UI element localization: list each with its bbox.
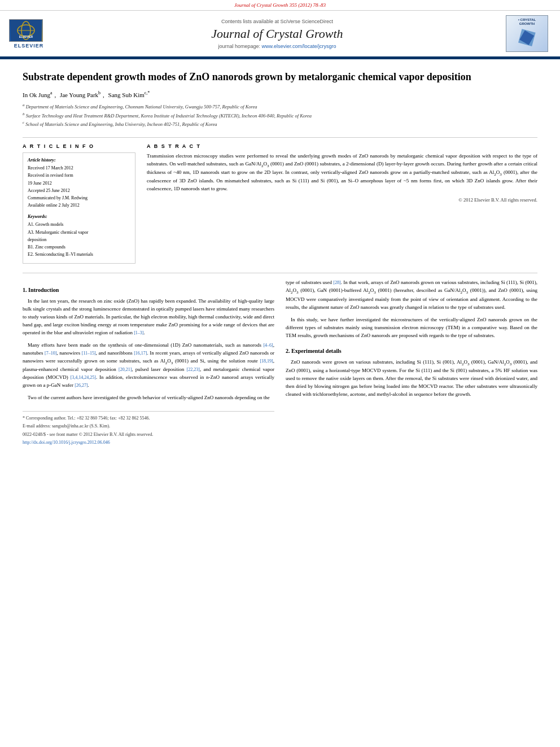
ref-4-6: [4–6] [263, 343, 273, 348]
received-revised-date: 19 June 2012 [28, 180, 130, 186]
keywords-section: Keywords: A1. Growth models A3. Metalorg… [28, 214, 130, 257]
crystal-logo-text: ▪ CRYSTALGROWTH [518, 18, 536, 26]
section-divider-1 [23, 137, 537, 138]
body-two-col: 1. Introduction In the last ten years, t… [23, 279, 537, 447]
affil-2: b Surface Technology and Heat Treatment … [23, 112, 537, 120]
intro-para-1: In the last ten years, the research on z… [23, 298, 274, 337]
section-1-title: Introduction [28, 287, 59, 293]
article-title: Substrate dependent growth modes of ZnO … [23, 71, 537, 84]
homepage-label: journal homepage: [218, 43, 260, 49]
body-right-col: type of substrates used [28]. In that wo… [286, 279, 537, 447]
section-1-number: 1. [23, 287, 27, 293]
author-3: Sang Sub Kimc,* [108, 91, 150, 98]
section-divider-2 [23, 273, 537, 273]
footnote-doi: http://dx.doi.org/10.1016/j.jcrysgro.201… [23, 439, 274, 445]
ref-26-27: [26,27] [75, 383, 88, 388]
elsevier-logo-image: ELSEVIER [9, 19, 43, 42]
body-left-col: 1. Introduction In the last ten years, t… [23, 279, 274, 447]
affil-1: a Department of Materials Science and En… [23, 103, 537, 111]
crystal-logo-box: ▪ CRYSTALGROWTH [506, 15, 548, 52]
elsevier-text-label: ELSEVIER [9, 43, 49, 49]
doi-link: http://dx.doi.org/10.1016/j.jcrysgro.201… [23, 440, 110, 445]
abstract-column: A B S T R A C T Transmission electron mi… [147, 143, 537, 264]
keyword-2: A3. Metalorganic chemical vapor [28, 229, 130, 235]
accepted-line: Accepted 25 June 2012 [28, 187, 130, 194]
author-2-sup: b [98, 90, 100, 95]
ref-28: [28] [333, 280, 340, 285]
sciverse-line: Contents lists available at SciVerse Sci… [54, 19, 500, 24]
homepage-link[interactable]: www.elsevier.com/locate/jcrysgro [262, 43, 336, 49]
section-2-number: 2. [286, 348, 290, 354]
journal-center: Contents lists available at SciVerse Sci… [54, 19, 500, 49]
ref-16-17: [16,17] [134, 351, 147, 356]
sciverse-text: Contents lists available at SciVerse Sci… [221, 19, 333, 24]
svg-text:ELSEVIER: ELSEVIER [19, 35, 33, 38]
intro-para-3: Two of the current authors have investig… [23, 394, 274, 402]
ref-7-10: [7–10] [45, 351, 56, 356]
footnote-issn: 0022-0248/$ - see front matter © 2012 El… [23, 431, 274, 438]
footnote-email: E-mail address: sangsub@inha.ac.kr (S.S.… [23, 423, 274, 429]
section-1-heading: 1. Introduction [23, 286, 274, 294]
ref-1-3: [1–3] [134, 330, 143, 335]
keywords-title: Keywords: [28, 214, 130, 219]
author-1-sup: a [50, 90, 53, 95]
journal-reference-bar: Journal of Crystal Growth 355 (2012) 78–… [0, 0, 560, 11]
affil-3: c School of Materials Science and Engine… [23, 120, 537, 128]
footnote-corresponding: * Corresponding author. Tel.: +82 32 860… [23, 415, 274, 421]
ref-18-19: [18,19] [260, 359, 273, 364]
journal-homepage: journal homepage: www.elsevier.com/locat… [54, 43, 500, 49]
article-info-abstract-section: A R T I C L E I N F O Article history: R… [23, 143, 537, 264]
copyright-line: © 2012 Elsevier B.V. All rights reserved… [147, 197, 537, 203]
abstract-header: A B S T R A C T [147, 143, 537, 149]
ref-22-23: [22,23] [187, 367, 200, 372]
affiliations: a Department of Materials Science and En… [23, 103, 537, 128]
article-info-column: A R T I C L E I N F O Article history: R… [23, 143, 135, 264]
received-revised-label: Received in revised form [28, 172, 130, 178]
communicated-line: Communicated by J.M. Redwing [28, 195, 130, 201]
article-history-title: Article history: [28, 158, 130, 163]
intro-para-2: Many efforts have been made on the synth… [23, 342, 274, 390]
section-2-heading: 2. Experimental details [286, 347, 537, 355]
article-info-box: Article history: Received 17 March 2012 … [23, 152, 135, 264]
available-line: Available online 2 July 2012 [28, 202, 130, 208]
right-para-1: type of substrates used [28]. In that wo… [286, 279, 537, 311]
ref-11-15: [11–15] [82, 351, 96, 356]
journal-title: Journal of Crystal Growth [54, 27, 500, 41]
authors-line: In Ok Junga, Jae Young Parkb, Sang Sub K… [23, 90, 537, 98]
paper-content: Substrate dependent growth modes of ZnO … [0, 59, 560, 458]
keyword-2b: deposition [28, 237, 130, 243]
received-line: Received 17 March 2012 [28, 165, 130, 171]
ref-20-21: [20,21] [119, 367, 132, 372]
author-1: In Ok Junga [23, 91, 52, 98]
journal-header: ELSEVIER ELSEVIER Contents lists availab… [0, 11, 560, 58]
crystal-growth-logo: ▪ CRYSTALGROWTH [506, 15, 551, 52]
section2-para: ZnO nanorods were grown on various subst… [286, 359, 537, 399]
keyword-1: A1. Growth models [28, 221, 130, 228]
author-2: Jae Young Parkb [60, 91, 100, 98]
footnote-area: * Corresponding author. Tel.: +82 32 860… [23, 411, 274, 445]
crystal-logo-brand: ▪ CRYSTALGROWTH [518, 18, 536, 25]
author-3-sup: c,* [145, 90, 150, 95]
section-2-title: Experimental details [291, 348, 342, 354]
keyword-4: E2. Semiconducting II–VI materials [28, 251, 130, 257]
elsevier-logo: ELSEVIER ELSEVIER [9, 19, 49, 49]
abstract-text: Transmission electron microscopy studies… [147, 152, 537, 193]
ref-3-4-14: [3,4,14,24,25] [71, 375, 96, 380]
right-para-2: In this study, we have further investiga… [286, 316, 537, 340]
journal-ref-text: Journal of Crystal Growth 355 (2012) 78–… [234, 2, 326, 8]
article-info-header: A R T I C L E I N F O [23, 143, 135, 149]
keyword-3: B1. Zinc compounds [28, 244, 130, 250]
